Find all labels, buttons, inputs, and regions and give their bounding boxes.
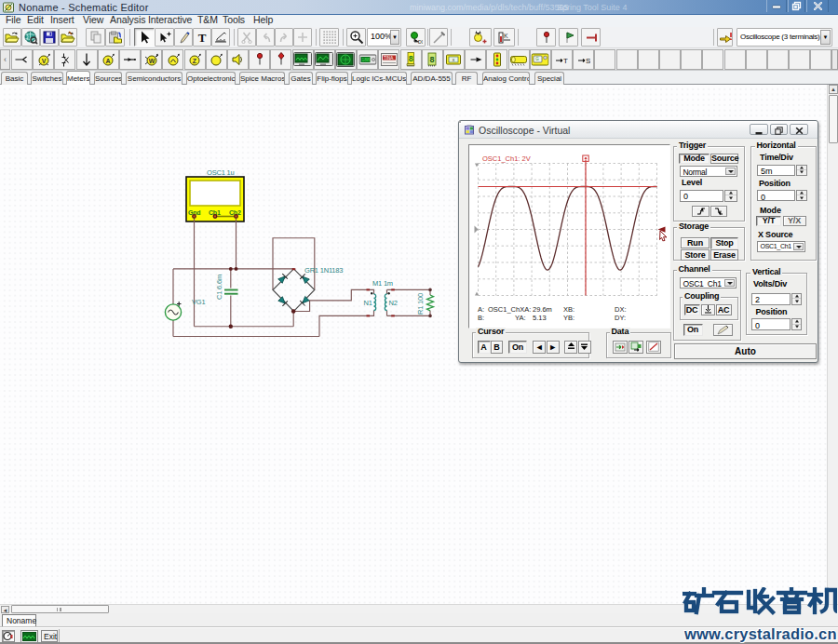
svg-text:W: W <box>148 58 155 64</box>
svg-text:OSC1_Ch1: 2V: OSC1_Ch1: 2V <box>482 154 531 163</box>
svg-text:8: 8 <box>430 55 435 64</box>
svg-text:8: 8 <box>409 54 413 63</box>
svg-text:A: A <box>106 58 111 64</box>
svg-text:OSC1_ChXA:: OSC1_ChXA: <box>488 305 531 314</box>
svg-text:S: S <box>586 57 590 65</box>
svg-text:A:: A: <box>478 305 484 314</box>
svg-text:M1 1m: M1 1m <box>372 279 393 288</box>
svg-text:N2: N2 <box>389 299 398 307</box>
svg-text:V: V <box>41 58 46 64</box>
svg-text:GR1 1N1183: GR1 1N1183 <box>304 266 343 275</box>
svg-text:C1 6.6m: C1 6.6m <box>215 275 223 300</box>
svg-text:YB:: YB: <box>563 314 574 322</box>
svg-text:OSC1 1u: OSC1 1u <box>207 168 234 177</box>
svg-text:YA:: YA: <box>515 314 526 322</box>
svg-text:N1: N1 <box>364 299 372 307</box>
svg-text:Z: Z <box>193 58 197 64</box>
svg-text:5.13: 5.13 <box>533 314 547 322</box>
svg-text:R1 100: R1 100 <box>416 293 425 315</box>
svg-text:188: 188 <box>361 57 370 62</box>
svg-text:G: G <box>536 57 540 61</box>
svg-text:DY:: DY: <box>615 314 626 322</box>
svg-text:B:: B: <box>478 314 484 322</box>
svg-text:XB:: XB: <box>563 305 574 314</box>
svg-text:K: K <box>504 33 508 39</box>
svg-text:TINA: TINA <box>384 56 393 60</box>
svg-text:DC: DC <box>418 39 423 44</box>
svg-text:T: T <box>563 57 568 65</box>
svg-text:DX:: DX: <box>615 305 627 314</box>
svg-text:VG1: VG1 <box>192 298 205 306</box>
svg-text:T: T <box>198 31 207 44</box>
svg-text:29.6m: 29.6m <box>533 305 552 314</box>
